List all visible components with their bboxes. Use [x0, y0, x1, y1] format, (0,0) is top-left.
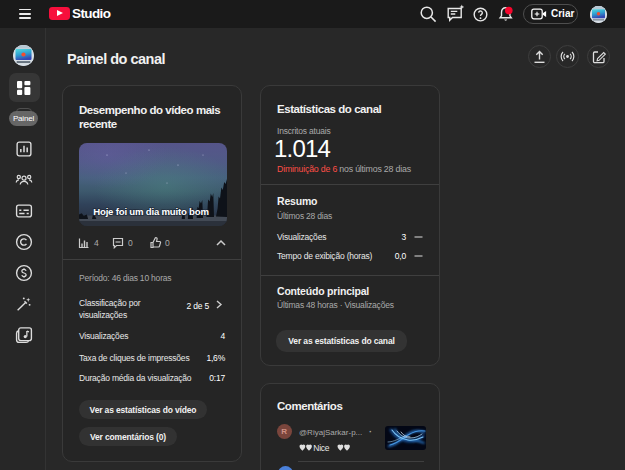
svg-text:Nice: Nice: [313, 443, 330, 452]
svg-text:Hoje foi um dia muito bom: Hoje foi um dia muito bom: [93, 206, 208, 217]
